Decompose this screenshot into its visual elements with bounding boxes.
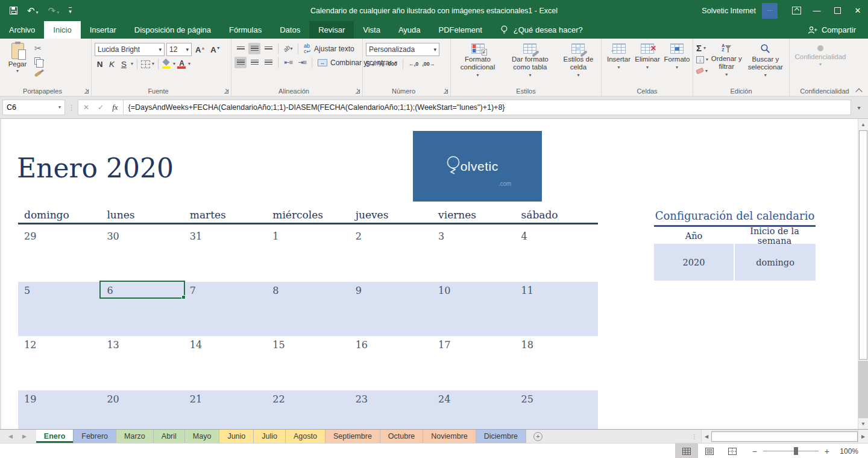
horizontal-scrollbar[interactable]: ⋮ ◀ ▶: [691, 430, 868, 443]
cancel-entry-icon[interactable]: ✕: [83, 103, 89, 112]
calendar-cell[interactable]: 11: [515, 282, 598, 336]
sheet-tab-agosto[interactable]: Agosto: [286, 430, 326, 443]
name-box[interactable]: C6 ▾: [2, 100, 65, 115]
decrease-indent-button[interactable]: ⇤≡: [282, 57, 294, 68]
calendar-cell[interactable]: 12: [18, 336, 101, 390]
dialog-launcher-icon[interactable]: [224, 89, 228, 94]
tell-me-box[interactable]: ¿Qué desea hacer?: [491, 21, 591, 39]
share-button[interactable]: Compartir: [808, 21, 868, 39]
horizontal-scrollbar-thumb[interactable]: [711, 431, 858, 442]
scroll-up-icon[interactable]: ▲: [858, 119, 868, 130]
calendar-cell[interactable]: 9: [350, 282, 432, 336]
zoom-slider-thumb[interactable]: [794, 447, 798, 455]
calendar-cell[interactable]: 20: [101, 390, 183, 429]
collapse-ribbon-icon[interactable]: [857, 87, 863, 93]
align-bottom-button[interactable]: [262, 43, 274, 54]
undo-button[interactable]: ↶▾: [27, 6, 39, 15]
config-year-cell[interactable]: 2020: [654, 244, 734, 281]
sheet-tab-octubre[interactable]: Octubre: [380, 430, 423, 443]
redo-button[interactable]: ↷▾: [48, 6, 60, 15]
menu-tab-pdfelement[interactable]: PDFelement: [430, 21, 491, 39]
normal-view-button[interactable]: [675, 444, 698, 458]
calendar-cell[interactable]: 23: [350, 390, 432, 429]
formula-input[interactable]: {=DaysAndWeeks+FECHA(CalendarioAño;1;1)-…: [124, 100, 851, 115]
sheet-tab-septiembre[interactable]: Septiembre: [326, 430, 380, 443]
calendar-cell[interactable]: 15: [266, 336, 349, 390]
calendar-cell[interactable]: 13: [101, 336, 183, 390]
sheet-tab-noviembre[interactable]: Noviembre: [423, 430, 476, 443]
tab-split-handle[interactable]: ⋮: [691, 433, 697, 440]
page-layout-view-button[interactable]: [698, 444, 721, 458]
calendar-cell[interactable]: 19: [18, 390, 101, 429]
page-break-view-button[interactable]: [721, 444, 744, 458]
decrease-decimal-button[interactable]: ,00→: [422, 61, 435, 67]
formula-bar-splitter[interactable]: ⋮: [65, 104, 78, 112]
orientation-button[interactable]: ab▾: [282, 43, 294, 54]
align-right-button[interactable]: [262, 57, 274, 68]
menu-tab-datos[interactable]: Datos: [271, 21, 309, 39]
font-name-select[interactable]: Lucida Bright▾: [95, 43, 165, 56]
borders-icon[interactable]: [141, 60, 150, 68]
avatar[interactable]: ⋯: [762, 3, 778, 19]
scroll-down-icon[interactable]: ▼: [858, 418, 868, 429]
ribbon-display-options-icon[interactable]: [786, 0, 807, 21]
fill-color-icon[interactable]: [162, 60, 171, 69]
account-name[interactable]: Solvetic Internet: [702, 7, 756, 15]
zoom-slider[interactable]: [763, 451, 819, 451]
new-sheet-button[interactable]: +: [526, 430, 550, 443]
menu-tab-disposicion-de-pagina[interactable]: Disposición de página: [125, 21, 220, 39]
calendar-cell[interactable]: 2: [350, 227, 432, 282]
zoom-out-button[interactable]: −: [752, 447, 757, 456]
calendar-cell[interactable]: 3: [432, 227, 515, 282]
zoom-level[interactable]: 100%: [835, 447, 858, 456]
calendar-cell[interactable]: 29: [18, 227, 101, 282]
bold-button[interactable]: N: [95, 60, 105, 69]
menu-tab-revisar[interactable]: Revisar: [309, 21, 354, 39]
sheet-tab-febrero[interactable]: Febrero: [74, 430, 116, 443]
previous-sheet-icon[interactable]: ◀: [8, 433, 13, 439]
calendar-cell[interactable]: 6: [101, 282, 183, 336]
menu-tab-ayuda[interactable]: Ayuda: [389, 21, 430, 39]
autosum-button[interactable]: Σ▾: [696, 43, 708, 53]
increase-decimal-button[interactable]: ←,0: [409, 61, 419, 67]
calendar-cell[interactable]: 10: [432, 282, 515, 336]
dialog-launcher-icon[interactable]: [84, 89, 89, 94]
scroll-right-icon[interactable]: ▶: [858, 430, 868, 443]
cell-styles-button[interactable]: Estilos de celda ▾: [559, 42, 598, 85]
format-cells-button[interactable]: Formato ▾: [662, 42, 692, 85]
align-middle-button[interactable]: [248, 43, 260, 54]
delete-cells-button[interactable]: ✕ Eliminar ▾: [633, 42, 662, 85]
menu-tab-inicio[interactable]: Inicio: [44, 21, 80, 39]
calendar-cell[interactable]: 31: [184, 227, 266, 282]
minimize-button[interactable]: —: [807, 0, 827, 21]
customize-qat-icon[interactable]: ▾: [69, 7, 72, 14]
sheet-tab-enero[interactable]: Enero: [36, 430, 74, 443]
config-weekstart-cell[interactable]: domingo: [735, 244, 816, 281]
expand-formula-bar-icon[interactable]: ▾: [851, 104, 867, 111]
sort-filter-button[interactable]: AZ Ordenar y filtrar ▾: [708, 42, 745, 85]
increase-font-button[interactable]: A▲: [193, 45, 207, 54]
clear-button[interactable]: ▾: [696, 66, 708, 76]
zoom-in-button[interactable]: +: [825, 447, 829, 456]
font-color-icon[interactable]: A: [177, 59, 186, 69]
calendar-cell[interactable]: 21: [184, 390, 266, 429]
format-painter-button[interactable]: [33, 68, 45, 79]
insert-cells-button[interactable]: ← Insertar ▾: [605, 42, 633, 85]
scroll-left-icon[interactable]: ◀: [701, 430, 711, 443]
menu-tab-vista[interactable]: Vista: [354, 21, 389, 39]
number-format-select[interactable]: Personalizada▾: [366, 43, 439, 56]
copy-button[interactable]: ▾: [33, 56, 45, 66]
sheet-tab-julio[interactable]: Julio: [254, 430, 286, 443]
calendar-cell[interactable]: 25: [515, 390, 598, 429]
dialog-launcher-icon[interactable]: [356, 89, 360, 94]
conditional-formatting-button[interactable]: ≠ Formato condicional ▾: [454, 42, 502, 85]
calendar-cell[interactable]: 14: [184, 336, 266, 390]
menu-tab-insertar[interactable]: Insertar: [81, 21, 125, 39]
percent-format-button[interactable]: %: [378, 60, 385, 68]
align-center-button[interactable]: [248, 57, 260, 68]
calendar-cell[interactable]: 1: [266, 227, 349, 282]
close-button[interactable]: ✕: [848, 0, 868, 21]
next-sheet-icon[interactable]: ▶: [22, 433, 27, 439]
menu-tab-formulas[interactable]: Fórmulas: [220, 21, 271, 39]
calendar-cell[interactable]: 22: [266, 390, 349, 429]
